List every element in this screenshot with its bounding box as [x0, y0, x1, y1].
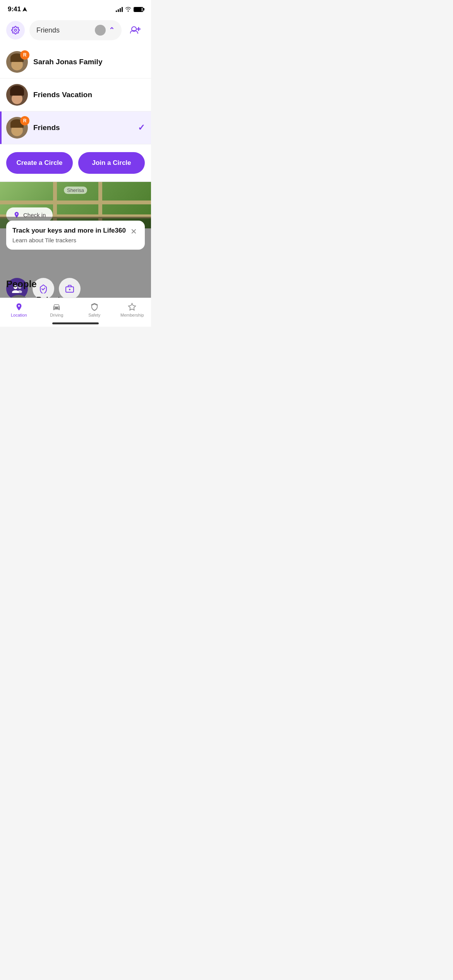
chevron-up-icon: ⌃	[109, 26, 115, 34]
membership-nav-icon	[128, 303, 136, 311]
clock: 9:41	[8, 5, 21, 13]
close-promo-button[interactable]: ✕	[129, 227, 139, 236]
tile-promo-card: Track your keys and more in Life360 Lear…	[6, 221, 145, 250]
circle-item-sarah-jonas-family[interactable]: R Sarah Jonas Family	[0, 46, 151, 79]
status-icons	[116, 7, 143, 12]
location-nav-icon	[15, 303, 23, 311]
map-person-label: Sherisa	[64, 187, 87, 194]
avatar-badge: R	[20, 116, 29, 125]
battery-icon	[134, 7, 143, 12]
action-buttons: Create a Circle Join a Circle	[0, 144, 151, 182]
circle-selector[interactable]: Friends ⌃	[29, 20, 122, 40]
add-member-button[interactable]	[126, 21, 145, 39]
wifi-icon	[125, 7, 131, 12]
status-time: 9:41	[8, 5, 27, 13]
header: Friends ⌃	[0, 16, 151, 46]
active-checkmark: ✓	[138, 123, 145, 133]
selected-circle-name: Friends	[36, 26, 60, 34]
nav-item-location[interactable]: Location	[0, 301, 38, 319]
avatar-badge: R	[20, 50, 29, 60]
status-bar: 9:41	[0, 0, 151, 16]
map-road-horizontal	[0, 200, 151, 204]
nav-label-driving: Driving	[50, 313, 63, 317]
join-circle-button[interactable]: Join a Circle	[78, 152, 145, 174]
svg-point-1	[14, 29, 17, 31]
nav-label-location: Location	[11, 313, 27, 317]
svg-marker-0	[22, 7, 27, 12]
home-indicator	[52, 322, 99, 324]
nav-item-membership[interactable]: Membership	[113, 301, 151, 319]
avatar-friends-vacation	[6, 84, 28, 106]
create-circle-button[interactable]: Create a Circle	[6, 152, 73, 174]
selector-dot	[95, 25, 106, 36]
settings-button[interactable]	[6, 21, 25, 39]
location-arrow-icon	[22, 7, 27, 12]
circle-name: Friends	[33, 123, 138, 132]
promo-subtitle: Learn about Tile trackers	[12, 237, 126, 243]
promo-title: Track your keys and more in Life360	[12, 227, 126, 235]
nav-label-safety: Safety	[88, 313, 100, 317]
avatar-wrapper: R	[6, 51, 28, 73]
signal-bars	[116, 7, 123, 12]
circle-item-friends[interactable]: R Friends ✓	[0, 111, 151, 144]
circle-name: Friends Vacation	[33, 91, 145, 99]
circle-name: Sarah Jonas Family	[33, 58, 145, 66]
safety-nav-icon	[90, 303, 99, 311]
avatar-wrapper: R	[6, 117, 28, 139]
circle-list: R Sarah Jonas Family Friends Vacation R …	[0, 46, 151, 144]
avatar-wrapper	[6, 84, 28, 106]
driving-nav-icon	[52, 303, 61, 311]
nav-item-driving[interactable]: Driving	[38, 301, 76, 319]
nav-item-safety[interactable]: Safety	[76, 301, 113, 319]
circle-item-friends-vacation[interactable]: Friends Vacation	[0, 79, 151, 111]
people-title: People	[6, 279, 145, 290]
nav-label-membership: Membership	[120, 313, 144, 317]
